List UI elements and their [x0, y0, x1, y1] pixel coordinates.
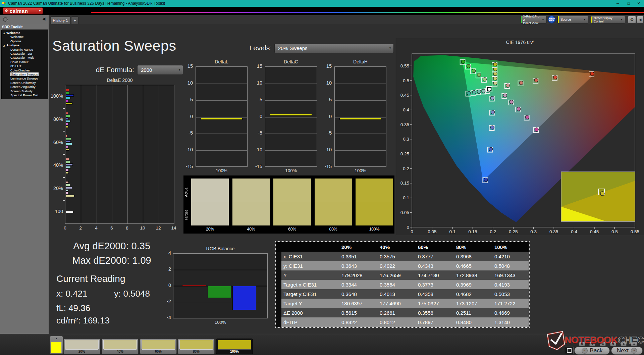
table-row-label: Y — [281, 270, 337, 280]
reading-y: y: 0.5048 — [114, 289, 150, 299]
table-cell: 180.6397 — [337, 299, 376, 308]
pattern-card-swatch — [142, 340, 175, 350]
table-cell: 0.4193 — [490, 280, 529, 289]
settings-gear-button[interactable]: ⚙ — [628, 16, 636, 23]
gridline — [265, 100, 317, 101]
pattern-card-20%[interactable]: 20% — [63, 339, 100, 354]
delta-value-bar — [201, 118, 243, 120]
tree-item-saturation-sweeps[interactable]: Saturation Sweeps — [2, 72, 48, 77]
levels-dropdown[interactable]: 20% Sweeps ▼ — [274, 43, 394, 53]
media-button-glyph — [623, 343, 625, 345]
tree-group-welcome[interactable]: ◢Welcome — [2, 31, 48, 35]
deltae-group-label: 40% — [40, 162, 63, 168]
gridline — [335, 117, 386, 117]
cie-x-label: 0.05 — [428, 229, 436, 234]
chevrons-right-icon: » — [631, 348, 637, 354]
cie-inset-zoom — [561, 172, 635, 221]
tree-item-welcome[interactable]: Welcome — [2, 35, 48, 39]
panel-collapse-button[interactable]: ◀ — [637, 16, 643, 23]
tree-item-grayscale-multi[interactable]: Grayscale - Multi — [2, 56, 48, 60]
pattern-card-80%[interactable]: 80% — [178, 339, 215, 354]
swatch-20% — [191, 179, 229, 225]
table-cell: 0.7897 — [414, 317, 452, 327]
cie-y-label: 0.4 — [403, 107, 409, 112]
gridline — [196, 150, 247, 151]
tree-item-colorchecker[interactable]: ColorChecker — [2, 68, 48, 72]
tree-item-screen-stability[interactable]: Screen Stability — [2, 89, 48, 93]
tree-item-luminance-sweeps[interactable]: Luminance Sweeps — [2, 77, 48, 81]
tree-item-options[interactable]: Options — [2, 39, 48, 43]
tree-item-label: Grayscale - 2pt — [10, 52, 32, 55]
pattern-card-60%[interactable]: 60% — [140, 339, 177, 354]
table-cell: 0.4210 — [490, 252, 529, 261]
minimize-button[interactable]: ─ — [613, 0, 623, 7]
gridline — [143, 85, 143, 223]
delta-x-label: 100% — [265, 168, 317, 173]
deltae-bar — [66, 92, 70, 94]
maximize-button[interactable]: □ — [624, 0, 633, 7]
media-button[interactable] — [579, 342, 585, 346]
table-gutter — [276, 261, 281, 270]
table-row-label: Target y:CIE31 — [281, 289, 337, 299]
next-button[interactable]: Next » — [611, 347, 643, 355]
cie-y-label: 0 — [407, 225, 409, 230]
gridline — [196, 84, 247, 84]
cie-x-label: 0.1 — [449, 229, 456, 234]
rgb-x-label: 100% — [173, 320, 268, 325]
close-button[interactable]: ✕ — [634, 0, 643, 7]
pattern-preview-button[interactable]: ▲ — [50, 336, 63, 354]
deltae-chart-title: DeltaE 2000 — [65, 78, 174, 83]
swatch-label: 40% — [232, 227, 270, 232]
gridline — [112, 85, 112, 223]
tab-history-1[interactable]: History 1 — [50, 16, 70, 24]
tree-group-analysis[interactable]: ◢Analysis — [2, 43, 48, 47]
sidebar-collapse-icon[interactable]: ◀ — [42, 16, 45, 21]
calman-logo-button[interactable]: ❖ calman ▼ — [3, 7, 43, 14]
media-button[interactable] — [600, 342, 606, 346]
tree-item-grayscale-2pt[interactable]: Grayscale - 2pt — [2, 52, 48, 56]
new-tab-button[interactable]: + — [71, 16, 78, 24]
table-cell: 173.1207 — [452, 299, 490, 308]
stop-button[interactable] — [565, 347, 574, 354]
table-row-label: x: CIE31 — [281, 252, 337, 261]
deltae-x-label: 0 — [60, 225, 70, 231]
source-dropdown[interactable]: Source ▼ — [557, 16, 588, 23]
tree-item-3d-lut[interactable]: 3D LUT — [2, 64, 48, 68]
record-dot-button[interactable] — [3, 17, 8, 22]
deltae-chart — [65, 85, 174, 224]
tree-item-dynamic-range[interactable]: Dynamic Range — [2, 48, 48, 52]
delta-y-label: 15 — [179, 63, 193, 69]
table-cell: 1.3140 — [490, 317, 529, 327]
table-row-label: dEITP — [281, 317, 337, 327]
chevron-up-icon: ▲ — [50, 336, 63, 341]
media-button[interactable] — [621, 342, 627, 346]
cie-y-label: 0.25 — [400, 151, 409, 156]
pattern-card-100%[interactable]: 100% — [216, 339, 253, 354]
media-button[interactable] — [631, 342, 637, 346]
reading-fl: fL: 49.36 — [56, 303, 90, 313]
tree-item-color-gamut[interactable]: Color Gamut — [2, 60, 48, 64]
delta-y-label: 10 — [318, 80, 332, 86]
tree-item-label: Luminance Sweeps — [10, 77, 38, 80]
cie-y-label: 0.3 — [403, 137, 409, 142]
media-button[interactable] — [589, 342, 595, 346]
table-row-label: y: CIE31 — [281, 261, 337, 270]
tree-item-screen-uniformity[interactable]: Screen Uniformity — [2, 81, 48, 85]
display-control-dropdown[interactable]: Direct Display Control ▼ — [591, 16, 625, 23]
delta-value-bar — [339, 118, 381, 120]
table-cell: 0.3643 — [337, 261, 376, 270]
deltae-bar — [66, 192, 68, 194]
de-formula-dropdown[interactable]: 2000 ▼ — [137, 65, 183, 75]
table-cell: 171.2722 — [490, 299, 529, 308]
table-cell: 0.3564 — [376, 280, 414, 289]
table-cell: 0.5053 — [490, 289, 529, 299]
tree-item-screen-angularity[interactable]: Screen Angularity — [2, 85, 48, 89]
meter-count-badge[interactable]: 237 — [548, 15, 556, 23]
back-button[interactable]: « Back — [574, 347, 610, 355]
table-cell: 176.2659 — [376, 270, 414, 280]
meter-dropdown[interactable]: X-Rite i1Pro 2 Direct View ▼ — [521, 16, 547, 23]
media-button[interactable] — [610, 342, 616, 346]
pattern-card-40%[interactable]: 40% — [102, 339, 139, 354]
table-cell: 0.3556 — [414, 308, 452, 317]
table-col-header: 20% — [337, 242, 376, 252]
